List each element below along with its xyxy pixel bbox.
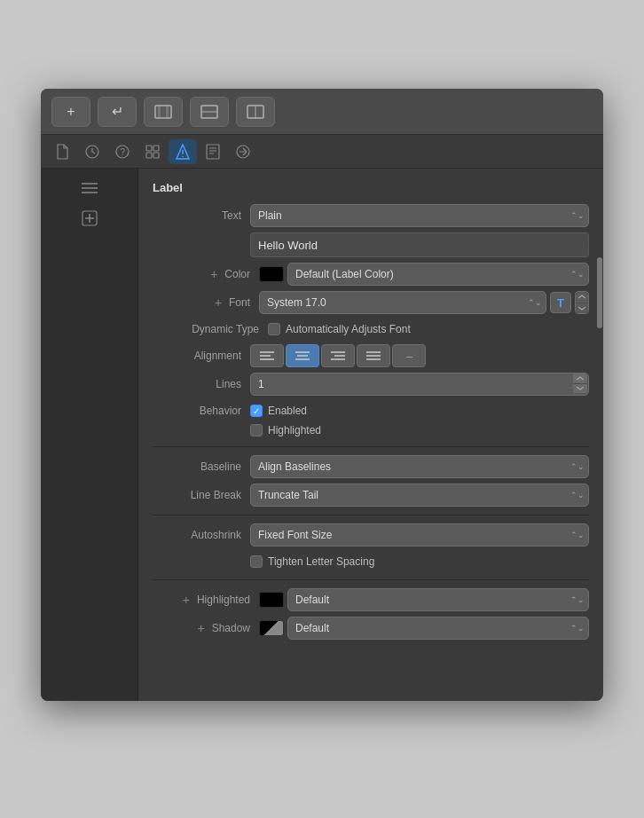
highlighted-checkbox[interactable] [250, 424, 263, 437]
font-stepper-down[interactable] [576, 303, 588, 314]
enabled-label: Enabled [268, 405, 307, 417]
tighten-checkbox[interactable] [250, 555, 263, 568]
scrollbar-thumb[interactable] [597, 257, 602, 328]
behavior-label: Behavior [153, 403, 250, 417]
highlighted-color-control: Default [259, 588, 589, 611]
shadow-row: + Shadow Default [138, 614, 603, 642]
font-select-wrapper: System 17.0 [259, 291, 546, 314]
lines-stepper [573, 374, 587, 393]
layout-button1[interactable] [190, 97, 229, 127]
shadow-swatch[interactable] [259, 620, 284, 636]
lines-stepper-up[interactable] [573, 374, 587, 383]
line-break-row: Line Break Truncate Tail [138, 481, 603, 509]
color-row: + Color Default (Label Color) [138, 260, 603, 288]
highlighted-plus-button[interactable]: + [179, 593, 193, 607]
size-tab[interactable] [199, 139, 227, 164]
svg-line-22 [243, 148, 247, 152]
hello-world-row [138, 230, 603, 260]
link-tab[interactable] [229, 139, 257, 164]
svg-line-23 [243, 152, 247, 155]
tighten-row: Tighten Letter Spacing [138, 549, 603, 574]
highlighted-color-label: Highlighted [197, 594, 250, 606]
grid-tab[interactable] [138, 139, 167, 164]
font-label: Font [229, 296, 250, 309]
lines-row: Lines [138, 370, 603, 398]
color-label: Color [224, 268, 250, 280]
layout-button2[interactable] [236, 97, 275, 127]
text-control: Plain Attributed [250, 204, 589, 227]
enabled-row: ✓ Enabled [250, 403, 307, 419]
shadow-plus-button[interactable]: + [194, 621, 208, 635]
tabs-row: ? [41, 135, 603, 169]
add-button[interactable]: + [51, 97, 90, 127]
tighten-control: Tighten Letter Spacing [250, 554, 589, 570]
color-swatch[interactable] [259, 266, 284, 282]
baseline-select[interactable]: Align Baselines [250, 455, 589, 478]
shadow-select[interactable]: Default [287, 617, 589, 640]
highlighted-behavior-row: Highlighted [250, 422, 321, 438]
alignment-row: Alignment [138, 342, 603, 370]
behavior-control: ✓ Enabled Highlighted [250, 403, 589, 438]
history-tab[interactable] [78, 139, 106, 164]
baseline-select-wrapper: Align Baselines [250, 455, 589, 478]
scrollbar-track [596, 169, 603, 701]
help-tab[interactable]: ? [108, 139, 137, 164]
dynamic-type-checkbox-row: Automatically Adjusts Font [268, 321, 411, 337]
dynamic-type-label: Dynamic Type [153, 323, 268, 335]
alignment-group: --- [250, 344, 426, 367]
behavior-row: Behavior ✓ Enabled Highlighted [138, 398, 603, 441]
baseline-label: Baseline [153, 460, 250, 473]
align-center-button[interactable] [286, 344, 319, 367]
font-t-icon[interactable]: T [550, 292, 571, 313]
enabled-checkbox[interactable]: ✓ [250, 405, 263, 417]
font-select[interactable]: System 17.0 [259, 291, 546, 314]
divider3 [153, 579, 589, 580]
shadow-label: Shadow [212, 622, 250, 634]
align-left-button[interactable] [250, 344, 284, 367]
font-plus-button[interactable]: + [211, 295, 225, 310]
svg-rect-0 [155, 106, 171, 118]
line-break-control: Truncate Tail [250, 484, 589, 507]
align-right-button[interactable] [321, 344, 355, 367]
autoshrink-select[interactable]: Fixed Font Size [250, 523, 589, 547]
frame-button[interactable] [144, 97, 183, 127]
color-plus-button[interactable]: + [207, 267, 221, 281]
svg-rect-2 [166, 106, 169, 118]
tighten-label: Tighten Letter Spacing [268, 555, 374, 568]
text-row: Text Plain Attributed [138, 201, 603, 230]
sidebar [41, 169, 138, 701]
sidebar-plus-icon[interactable] [74, 206, 106, 231]
alignment-control: --- [250, 344, 589, 367]
section-title: Label [138, 177, 603, 201]
font-stepper-up[interactable] [576, 292, 588, 303]
content-area: Label Text Plain Attributed [41, 169, 603, 701]
hello-world-input[interactable] [250, 232, 589, 257]
back-button[interactable]: ↵ [98, 97, 137, 127]
shadow-select-wrapper: Default [287, 617, 589, 640]
inspector-panel: Label Text Plain Attributed [138, 169, 603, 701]
align-natural-button[interactable]: --- [392, 344, 426, 367]
highlighted-color-swatch[interactable] [259, 592, 284, 608]
toolbar: + ↵ [41, 89, 603, 135]
svg-text:?: ? [121, 147, 126, 157]
highlighted-label: Highlighted [268, 424, 321, 437]
dynamic-type-row: Dynamic Type Automatically Adjusts Font [138, 317, 603, 342]
highlighted-select-wrapper: Default [287, 588, 589, 611]
color-select[interactable]: Default (Label Color) [287, 263, 589, 286]
autoshrink-select-wrapper: Fixed Font Size [250, 523, 589, 547]
dynamic-type-text: Automatically Adjusts Font [286, 323, 411, 335]
tighten-checkbox-row: Tighten Letter Spacing [250, 554, 374, 570]
dynamic-type-checkbox[interactable] [268, 323, 280, 335]
lines-label: Lines [153, 378, 250, 390]
divider2 [153, 515, 589, 515]
svg-rect-17 [207, 145, 219, 159]
file-tab[interactable] [48, 139, 76, 164]
text-select[interactable]: Plain Attributed [250, 204, 589, 227]
sidebar-list-icon[interactable] [74, 176, 106, 201]
lines-input[interactable] [250, 373, 589, 396]
line-break-select[interactable]: Truncate Tail [250, 484, 589, 507]
highlighted-select[interactable]: Default [287, 588, 589, 611]
lines-stepper-down[interactable] [573, 383, 587, 394]
inspector-tab[interactable] [169, 139, 197, 164]
align-justify-button[interactable] [357, 344, 390, 367]
